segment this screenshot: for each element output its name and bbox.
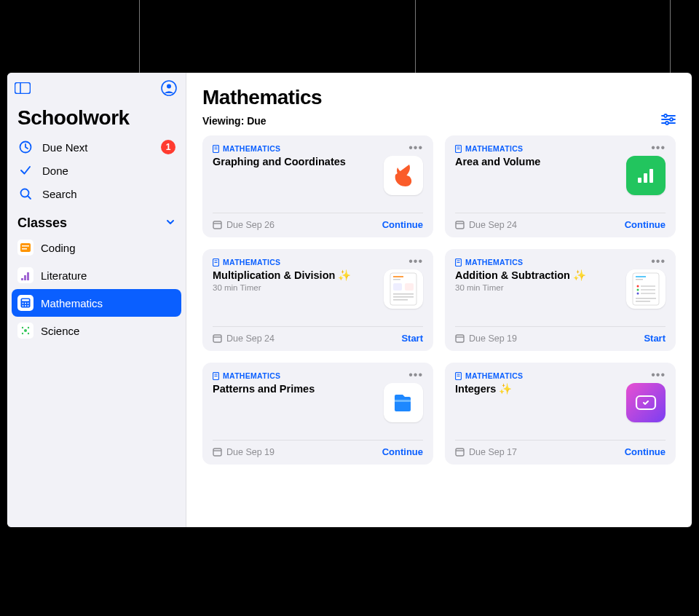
- svg-rect-7: [20, 243, 31, 252]
- mathematics-class-icon: [17, 295, 33, 311]
- sidebar: Schoolwork Due Next 1 Done: [7, 73, 186, 527]
- due-label: Due Sep 19: [469, 333, 517, 344]
- sidebar-top-bar: [7, 77, 186, 102]
- subject-label: MATHEMATICS: [223, 144, 280, 153]
- svg-rect-41: [644, 173, 647, 183]
- due-label: Due Sep 17: [469, 447, 517, 457]
- svg-point-66: [637, 293, 639, 295]
- due-label: Due Sep 24: [469, 220, 517, 230]
- calendar-icon: [455, 447, 465, 457]
- assignment-thumbnail: [384, 269, 423, 309]
- svg-rect-12: [27, 272, 29, 280]
- svg-point-29: [664, 114, 667, 117]
- assignment-icon: [455, 258, 462, 266]
- clock-icon: [17, 141, 33, 154]
- continue-button[interactable]: Continue: [382, 219, 423, 230]
- sidebar-item-science[interactable]: Science: [7, 317, 186, 344]
- sidebar-item-label: Coding: [41, 242, 76, 254]
- due-date: Due Sep 24: [213, 333, 275, 344]
- assignment-thumbnail: [626, 156, 666, 195]
- svg-point-64: [637, 285, 639, 288]
- svg-rect-8: [22, 245, 29, 247]
- classes-section-header[interactable]: Classes: [7, 205, 186, 234]
- more-icon[interactable]: •••: [651, 371, 666, 379]
- callout-line: [670, 0, 671, 73]
- assignment-card[interactable]: MATHEMATICS ••• Graphing and Coordinates: [202, 135, 433, 237]
- svg-point-15: [23, 303, 24, 304]
- account-icon[interactable]: [161, 80, 177, 99]
- assignment-subtitle: 30 min Timer: [213, 283, 378, 292]
- sidebar-item-coding[interactable]: Coding: [7, 234, 186, 261]
- svg-point-17: [28, 303, 29, 304]
- svg-rect-78: [395, 400, 411, 402]
- svg-rect-50: [393, 279, 400, 280]
- assignment-card[interactable]: MATHEMATICS ••• Integers ✨ Due Sep 17: [445, 363, 676, 465]
- viewing-label: Viewing: Due: [202, 115, 266, 127]
- app-wrapper: Schoolwork Due Next 1 Done: [7, 73, 692, 527]
- more-icon[interactable]: •••: [651, 258, 666, 265]
- checkmark-icon: [17, 164, 33, 177]
- subject-label: MATHEMATICS: [223, 371, 280, 380]
- sidebar-item-mathematics[interactable]: Mathematics: [12, 289, 181, 317]
- svg-point-25: [22, 327, 23, 328]
- calendar-icon: [455, 220, 465, 229]
- continue-button[interactable]: Continue: [625, 446, 666, 457]
- assignment-thumbnail: [384, 156, 423, 195]
- more-icon[interactable]: •••: [408, 371, 423, 379]
- assignment-card[interactable]: MATHEMATICS ••• Multiplication & Divisio…: [202, 249, 433, 351]
- more-icon[interactable]: •••: [408, 258, 423, 265]
- start-button[interactable]: Start: [644, 333, 666, 344]
- svg-rect-9: [22, 248, 27, 250]
- assignment-title: Multiplication & Division ✨: [213, 269, 378, 282]
- page-title: Mathematics: [202, 86, 676, 109]
- sidebar-item-label: Done: [42, 165, 68, 177]
- viewing-row: Viewing: Due: [202, 114, 676, 128]
- svg-rect-10: [21, 278, 23, 280]
- svg-rect-79: [213, 449, 221, 456]
- due-date: Due Sep 19: [455, 333, 517, 344]
- svg-point-19: [25, 305, 26, 307]
- sidebar-toggle-icon[interactable]: [15, 82, 31, 97]
- continue-button[interactable]: Continue: [382, 446, 423, 457]
- assignment-card[interactable]: MATHEMATICS ••• Area and Volume Due Se: [445, 135, 676, 237]
- svg-rect-40: [638, 178, 641, 183]
- svg-rect-72: [456, 335, 464, 342]
- assignment-icon: [213, 145, 219, 153]
- assignment-title: Graphing and Coordinates: [213, 156, 378, 167]
- subject-tag: MATHEMATICS: [455, 258, 523, 266]
- svg-point-31: [666, 122, 668, 125]
- callout-line: [139, 0, 140, 73]
- svg-rect-52: [405, 283, 414, 291]
- assignment-card[interactable]: MATHEMATICS ••• Addition & Subtraction ✨…: [445, 249, 676, 351]
- subject-label: MATHEMATICS: [465, 144, 523, 153]
- svg-rect-42: [649, 169, 653, 183]
- assignment-card[interactable]: MATHEMATICS ••• Patterns and Primes Du: [202, 363, 433, 465]
- subject-label: MATHEMATICS: [223, 258, 280, 266]
- sidebar-item-due-next[interactable]: Due Next 1: [7, 135, 186, 159]
- svg-rect-71: [636, 301, 650, 302]
- svg-rect-53: [393, 293, 414, 295]
- sidebar-item-search[interactable]: Search: [7, 182, 186, 205]
- search-icon: [17, 187, 33, 200]
- svg-rect-70: [636, 298, 656, 299]
- subject-tag: MATHEMATICS: [455, 371, 523, 380]
- assignment-title: Patterns and Primes: [213, 383, 378, 395]
- assignment-thumbnail: [626, 269, 666, 309]
- svg-rect-54: [393, 296, 414, 298]
- continue-button[interactable]: Continue: [625, 219, 666, 230]
- svg-rect-43: [456, 221, 464, 229]
- filter-icon[interactable]: [661, 114, 676, 128]
- assignment-title: Addition & Subtraction ✨: [455, 269, 620, 282]
- assignment-thumbnail: [626, 383, 666, 422]
- more-icon[interactable]: •••: [408, 144, 423, 151]
- svg-line-6: [28, 196, 31, 199]
- sidebar-item-literature[interactable]: Literature: [7, 261, 186, 289]
- section-label: Classes: [17, 216, 67, 231]
- sidebar-item-done[interactable]: Done: [7, 159, 186, 182]
- more-icon[interactable]: •••: [651, 144, 666, 151]
- subject-label: MATHEMATICS: [465, 371, 523, 380]
- subject-tag: MATHEMATICS: [213, 144, 280, 153]
- start-button[interactable]: Start: [401, 333, 423, 344]
- svg-point-23: [28, 327, 29, 328]
- svg-rect-68: [641, 289, 655, 291]
